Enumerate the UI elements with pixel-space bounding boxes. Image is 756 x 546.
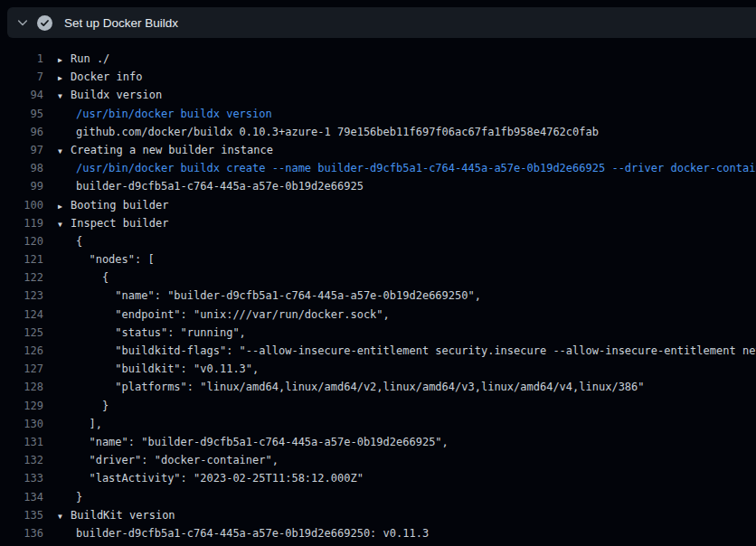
log-line: 125 "status": "running",	[0, 324, 756, 342]
log-text: "name": "builder-d9cfb5a1-c764-445a-a57e…	[76, 436, 449, 448]
log-line: 133 "lastActivity": "2023-02-25T11:58:12…	[0, 469, 756, 487]
log-lines: 1▶Run ./7▶Docker info94▼Buildx version95…	[0, 38, 756, 546]
line-number[interactable]: 97	[0, 141, 43, 159]
log-line: 132 "driver": "docker-container",	[0, 451, 756, 469]
log-line: 130 ],	[0, 415, 756, 433]
log-text: "platforms": "linux/amd64,linux/amd64/v2…	[76, 381, 645, 393]
log-text: "endpoint": "unix:///var/run/docker.sock…	[76, 308, 390, 321]
log-text: "name": "builder-d9cfb5a1-c764-445a-a57e…	[76, 289, 481, 302]
line-number[interactable]: 95	[0, 105, 43, 123]
step-header[interactable]: Set up Docker Buildx	[7, 7, 756, 38]
log-line[interactable]: 135▼BuildKit version	[0, 506, 756, 524]
line-number[interactable]: 7	[0, 68, 43, 86]
line-number[interactable]: 129	[0, 397, 43, 415]
log-line[interactable]: 1▶Run ./	[0, 50, 756, 68]
line-number[interactable]: 1	[0, 50, 43, 68]
log-line[interactable]: 94▼Buildx version	[0, 86, 756, 104]
log-line: 124 "endpoint": "unix:///var/run/docker.…	[0, 306, 756, 324]
log-line: 120{	[0, 232, 756, 250]
line-number[interactable]: 127	[0, 360, 43, 378]
log-text: {	[76, 235, 82, 248]
step-title: Set up Docker Buildx	[64, 16, 178, 30]
log-line[interactable]: 97▼Creating a new builder instance	[0, 141, 756, 159]
triangle-down-icon[interactable]: ▼	[58, 143, 71, 159]
triangle-right-icon[interactable]: ▶	[58, 52, 71, 68]
log-line: 136builder-d9cfb5a1-c764-445a-a57e-0b19d…	[0, 524, 756, 542]
log-line: 99builder-d9cfb5a1-c764-445a-a57e-0b19d2…	[0, 177, 756, 195]
line-number[interactable]: 124	[0, 306, 43, 324]
triangle-down-icon[interactable]: ▼	[58, 88, 71, 104]
log-text: "status": "running",	[76, 326, 246, 339]
log-line: 122 {	[0, 268, 756, 287]
line-number[interactable]: 119	[0, 214, 43, 232]
check-circle-icon	[37, 15, 52, 31]
line-number[interactable]: 131	[0, 433, 43, 451]
log-line: 134}	[0, 488, 756, 506]
line-number[interactable]: 120	[0, 232, 43, 250]
line-number[interactable]: 134	[0, 488, 43, 506]
log-text: "buildkitd-flags": "--allow-insecure-ent…	[76, 344, 756, 357]
group-title: Run ./	[71, 52, 109, 65]
log-line: 96github.com/docker/buildx 0.10.3+azure-…	[0, 123, 756, 141]
line-number[interactable]: 122	[0, 268, 43, 287]
group-title: Docker info	[71, 71, 142, 83]
line-number[interactable]: 94	[0, 86, 43, 104]
triangle-right-icon[interactable]: ▶	[58, 198, 71, 214]
line-number[interactable]: 123	[0, 287, 43, 305]
log-text: builder-d9cfb5a1-c764-445a-a57e-0b19d2e6…	[76, 180, 364, 193]
line-number[interactable]: 136	[0, 524, 43, 542]
chevron-down-icon[interactable]	[15, 15, 30, 30]
log-text: "nodes": [	[76, 253, 155, 266]
log-text: "buildkit": "v0.11.3",	[76, 362, 259, 375]
group-title: Inspect builder	[71, 217, 168, 230]
line-number[interactable]: 126	[0, 342, 43, 360]
group-title: Buildx version	[71, 89, 162, 101]
log-line[interactable]: 100▶Booting builder	[0, 196, 756, 214]
line-number[interactable]: 128	[0, 378, 43, 396]
line-number[interactable]: 135	[0, 506, 43, 524]
log-line: 126 "buildkitd-flags": "--allow-insecure…	[0, 342, 756, 360]
log-line: 95/usr/bin/docker buildx version	[0, 105, 756, 123]
log-text: }	[76, 491, 82, 504]
line-number[interactable]: 121	[0, 250, 43, 268]
triangle-down-icon[interactable]: ▼	[58, 216, 71, 232]
line-number[interactable]: 100	[0, 196, 43, 214]
log-line[interactable]: 119▼Inspect builder	[0, 214, 756, 232]
log-text: /usr/bin/docker buildx version	[76, 108, 272, 120]
log-line: 131 "name": "builder-d9cfb5a1-c764-445a-…	[0, 433, 756, 451]
log-line[interactable]: 7▶Docker info	[0, 68, 756, 86]
log-text: }	[76, 400, 109, 412]
log-line: 98/usr/bin/docker buildx create --name b…	[0, 159, 756, 177]
group-title: BuildKit version	[71, 509, 175, 522]
line-number[interactable]: 132	[0, 451, 43, 469]
log-line: 123 "name": "builder-d9cfb5a1-c764-445a-…	[0, 287, 756, 305]
log-line: 121 "nodes": [	[0, 250, 756, 268]
log-text: ],	[76, 418, 102, 430]
log-text: "lastActivity": "2023-02-25T11:58:12.000…	[76, 472, 364, 485]
log-text: {	[76, 271, 109, 284]
group-title: Creating a new builder instance	[71, 144, 273, 156]
log-text: builder-d9cfb5a1-c764-445a-a57e-0b19d2e6…	[76, 527, 429, 540]
line-number[interactable]: 133	[0, 469, 43, 487]
triangle-right-icon[interactable]: ▶	[58, 70, 71, 86]
line-number[interactable]: 125	[0, 324, 43, 342]
log-text: github.com/docker/buildx 0.10.3+azure-1 …	[76, 126, 599, 138]
log-text: /usr/bin/docker buildx create --name bui…	[76, 162, 756, 174]
triangle-down-icon[interactable]: ▼	[58, 508, 71, 524]
line-number[interactable]: 99	[0, 177, 43, 195]
line-number[interactable]: 98	[0, 159, 43, 177]
log-line: 129 }	[0, 397, 756, 415]
log-text: "driver": "docker-container",	[76, 454, 279, 466]
line-number[interactable]: 130	[0, 415, 43, 433]
group-title: Booting builder	[71, 199, 168, 212]
log-line: 128 "platforms": "linux/amd64,linux/amd6…	[0, 378, 756, 396]
log-line: 127 "buildkit": "v0.11.3",	[0, 360, 756, 378]
line-number[interactable]: 96	[0, 123, 43, 141]
